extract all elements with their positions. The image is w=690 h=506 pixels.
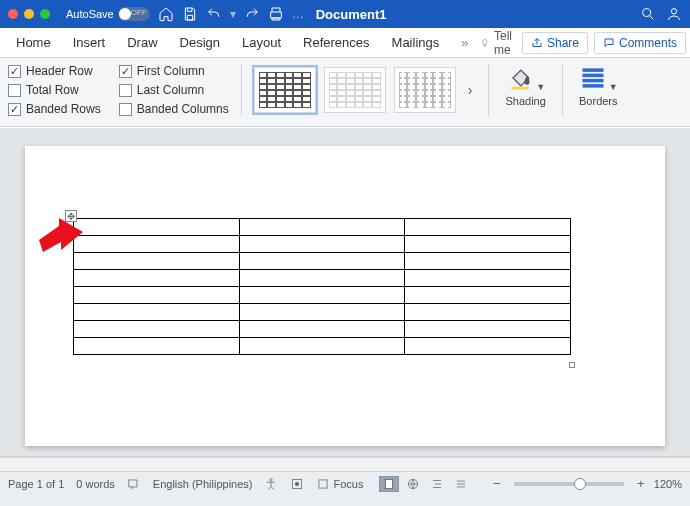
tab-mailings[interactable]: Mailings <box>382 29 450 56</box>
tab-insert[interactable]: Insert <box>63 29 116 56</box>
horizontal-scrollbar[interactable] <box>0 457 690 471</box>
table-row[interactable] <box>74 253 571 270</box>
table-style-plain-1[interactable] <box>324 67 386 113</box>
home-icon[interactable] <box>158 6 174 22</box>
share-button[interactable]: Share <box>522 32 588 54</box>
account-icon[interactable] <box>666 6 682 22</box>
undo-dropdown-icon[interactable]: ▾ <box>230 7 236 21</box>
table-row[interactable] <box>74 304 571 321</box>
styles-more-icon[interactable]: › <box>464 82 477 98</box>
accessibility-icon[interactable] <box>264 477 278 491</box>
table-cell[interactable] <box>239 338 405 355</box>
page-indicator[interactable]: Page 1 of 1 <box>8 478 64 490</box>
word-count[interactable]: 0 words <box>76 478 115 490</box>
table-cell[interactable] <box>405 338 571 355</box>
tab-draw[interactable]: Draw <box>117 29 167 56</box>
banded-rows-label: Banded Rows <box>26 102 101 116</box>
table-cell[interactable] <box>239 236 405 253</box>
table-row[interactable] <box>74 236 571 253</box>
table-cell[interactable] <box>74 219 240 236</box>
table-cell[interactable] <box>405 321 571 338</box>
tab-references[interactable]: References <box>293 29 379 56</box>
last-column-checkbox[interactable]: Last Column <box>119 83 229 97</box>
svg-point-8 <box>270 478 272 480</box>
table-cell[interactable] <box>74 270 240 287</box>
first-column-checkbox[interactable]: First Column <box>119 64 229 78</box>
spellcheck-icon[interactable] <box>127 477 141 491</box>
focus-mode[interactable]: Focus <box>316 477 363 491</box>
table-cell[interactable] <box>239 219 405 236</box>
ribbon-tabs: Home Insert Draw Design Layout Reference… <box>0 28 690 58</box>
tab-design[interactable]: Design <box>170 29 230 56</box>
zoom-slider[interactable] <box>514 482 624 486</box>
zoom-window-icon[interactable] <box>40 9 50 19</box>
autosave-toggle[interactable]: AutoSave OFF <box>66 7 150 21</box>
svg-marker-7 <box>39 218 83 252</box>
search-icon[interactable] <box>640 6 656 22</box>
close-window-icon[interactable] <box>8 9 18 19</box>
zoom-in-button[interactable]: + <box>634 476 648 491</box>
print-layout-view-button[interactable] <box>379 476 399 492</box>
document-title: Document1 <box>316 7 387 22</box>
paint-bucket-icon <box>506 64 534 92</box>
table-style-plain-2[interactable] <box>394 67 456 113</box>
minimize-window-icon[interactable] <box>24 9 34 19</box>
document-table[interactable] <box>73 218 571 355</box>
toggle-switch-icon[interactable]: OFF <box>118 7 150 21</box>
borders-button[interactable]: ▼ Borders <box>575 64 622 116</box>
table-row[interactable] <box>74 270 571 287</box>
table-cell[interactable] <box>405 287 571 304</box>
qat-ellipsis[interactable]: … <box>292 7 304 21</box>
table-row[interactable] <box>74 287 571 304</box>
table-cell[interactable] <box>74 338 240 355</box>
shading-button[interactable]: ▼ Shading <box>501 64 549 116</box>
tab-home[interactable]: Home <box>6 29 61 56</box>
outline-view-button[interactable] <box>427 476 447 492</box>
table-styles-gallery: › <box>254 64 477 116</box>
zoom-out-button[interactable]: − <box>490 476 504 491</box>
document-canvas[interactable]: ✥ <box>0 127 690 457</box>
draft-view-button[interactable] <box>451 476 471 492</box>
table-cell[interactable] <box>239 304 405 321</box>
table-cell[interactable] <box>405 236 571 253</box>
language-indicator[interactable]: English (Philippines) <box>153 478 253 490</box>
table-cell[interactable] <box>239 253 405 270</box>
tell-me-search[interactable]: Tell me <box>480 29 519 57</box>
tab-layout[interactable]: Layout <box>232 29 291 56</box>
table-cell[interactable] <box>239 321 405 338</box>
title-bar: AutoSave OFF ▾ … Document1 <box>0 0 690 28</box>
table-cell[interactable] <box>405 270 571 287</box>
checkbox-checked-icon <box>8 65 21 78</box>
table-row[interactable] <box>74 219 571 236</box>
header-row-checkbox[interactable]: Header Row <box>8 64 101 78</box>
total-row-checkbox[interactable]: Total Row <box>8 83 101 97</box>
undo-icon[interactable] <box>206 6 222 22</box>
zoom-control: − + 120% <box>490 476 682 491</box>
table-resize-handle-icon[interactable] <box>569 362 575 368</box>
table-cell[interactable] <box>405 304 571 321</box>
table-style-grid[interactable] <box>254 67 316 113</box>
table-cell[interactable] <box>74 236 240 253</box>
web-layout-view-button[interactable] <box>403 476 423 492</box>
comments-button[interactable]: Comments <box>594 32 686 54</box>
table-cell[interactable] <box>74 253 240 270</box>
table-row[interactable] <box>74 338 571 355</box>
macro-record-icon[interactable] <box>290 477 304 491</box>
banded-rows-checkbox[interactable]: Banded Rows <box>8 102 101 116</box>
print-icon[interactable] <box>268 6 284 22</box>
table-cell[interactable] <box>405 219 571 236</box>
table-cell[interactable] <box>74 287 240 304</box>
table-row[interactable] <box>74 321 571 338</box>
save-icon[interactable] <box>182 6 198 22</box>
tab-overflow[interactable]: » <box>451 29 478 56</box>
table-cell[interactable] <box>239 287 405 304</box>
autosave-state: OFF <box>131 8 147 17</box>
zoom-percent[interactable]: 120% <box>654 478 682 490</box>
redo-icon[interactable] <box>244 6 260 22</box>
table-cell[interactable] <box>74 321 240 338</box>
table-cell[interactable] <box>74 304 240 321</box>
table-cell[interactable] <box>239 270 405 287</box>
table-cell[interactable] <box>405 253 571 270</box>
banded-columns-checkbox[interactable]: Banded Columns <box>119 102 229 116</box>
lines-icon <box>454 477 468 491</box>
